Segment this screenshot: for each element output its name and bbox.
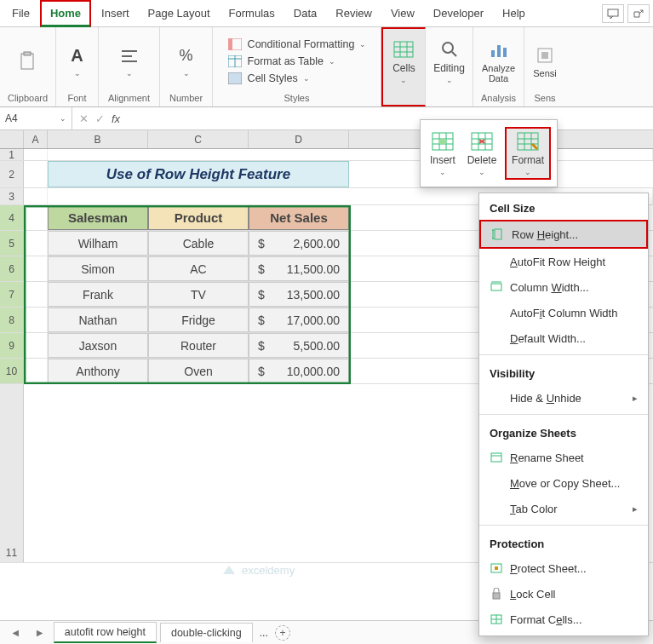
cells-button[interactable]: Cells⌄ [389, 37, 419, 86]
row-11[interactable]: 11 [0, 384, 24, 562]
select-all[interactable] [0, 130, 24, 148]
sensitivity-button[interactable]: Sensi [530, 43, 560, 80]
table-cell[interactable]: TV [148, 282, 249, 307]
sheet-tab-2[interactable]: double-clicking [160, 623, 253, 642]
svg-rect-29 [439, 139, 446, 144]
row-1[interactable]: 1 [0, 149, 24, 160]
font-button[interactable]: A⌄ [63, 43, 92, 79]
menu-format-cells[interactable]: Format Cells... [479, 607, 648, 632]
fx-accept-icon[interactable]: ✓ [95, 112, 105, 125]
alignment-button[interactable]: ⌄ [115, 43, 144, 79]
row-10[interactable]: 10 [0, 359, 24, 383]
tab-nav-next[interactable]: ► [29, 627, 49, 639]
svg-rect-46 [491, 453, 501, 462]
title-cell[interactable]: Use of Row Height Feature [48, 161, 349, 187]
table-cell[interactable]: Anthony [48, 359, 148, 383]
fx-decline-icon[interactable]: ✕ [79, 112, 89, 125]
table-cell[interactable]: Cable [148, 231, 249, 256]
tab-formulas[interactable]: Formulas [221, 2, 284, 25]
table-cell[interactable]: AC [148, 256, 249, 281]
col-A[interactable]: A [24, 130, 48, 148]
delete-button[interactable]: Delete⌄ [464, 129, 501, 178]
table-cell[interactable]: Nathan [48, 308, 148, 332]
table-cell[interactable]: Jaxson [48, 333, 148, 358]
row-3[interactable]: 3 [0, 188, 24, 204]
cell-styles[interactable]: Cell Styles ⌄ [227, 72, 367, 85]
menu-hide-unhide[interactable]: Hide & Unhide▸ [479, 385, 648, 411]
menu-move-copy[interactable]: Move or Copy Sheet... [479, 470, 648, 496]
format-button[interactable]: Format⌄ [505, 127, 551, 180]
menu-row-height[interactable]: Row Height... [479, 220, 648, 249]
tab-data[interactable]: Data [285, 2, 325, 25]
table-cell[interactable]: Fridge [148, 308, 249, 332]
col-C[interactable]: C [148, 130, 249, 148]
table-cell[interactable]: Wilham [48, 231, 148, 256]
col-width-icon [490, 280, 503, 294]
share-icon[interactable] [627, 4, 650, 23]
sheet-tab-1[interactable]: autofit row height [54, 622, 157, 643]
tab-file[interactable]: File [3, 2, 38, 25]
menu-rename-sheet[interactable]: Rename Sheet [479, 445, 648, 470]
sensitivity-icon [534, 44, 556, 66]
name-box[interactable]: A4⌄ [0, 107, 72, 129]
table-icon [227, 55, 243, 68]
table-cell[interactable]: $11,500.00 [249, 256, 349, 281]
menu-section-protection: Protection [479, 529, 648, 555]
analyze-button[interactable]: Analyze Data [478, 37, 518, 85]
number-button[interactable]: %⌄ [172, 43, 201, 79]
row-7[interactable]: 7 [0, 282, 24, 307]
tab-insert[interactable]: Insert [93, 2, 138, 25]
tab-review[interactable]: Review [327, 2, 381, 25]
table-cell[interactable]: $2,600.00 [249, 231, 349, 256]
menu-default-width[interactable]: Default Width... [479, 325, 648, 351]
editing-button[interactable]: Editing⌄ [430, 37, 468, 86]
svg-rect-0 [608, 9, 618, 16]
table-cell[interactable]: Router [148, 333, 249, 358]
fx-icon[interactable]: fx [112, 112, 120, 125]
format-as-table[interactable]: Format as Table ⌄ [227, 55, 367, 68]
table-cell[interactable]: $17,000.00 [249, 308, 349, 332]
group-clipboard: Clipboard [0, 27, 56, 106]
svg-rect-42 [495, 229, 501, 239]
menu-lock-cell[interactable]: Lock Cell [479, 581, 648, 607]
col-B[interactable]: B [48, 130, 148, 148]
col-D[interactable]: D [249, 130, 349, 148]
find-icon [438, 38, 461, 60]
svg-rect-21 [503, 48, 507, 57]
row-5[interactable]: 5 [0, 231, 24, 256]
menu-protect-sheet[interactable]: Protect Sheet... [479, 555, 648, 581]
table-cell[interactable]: Oven [148, 359, 249, 383]
tab-pagelayout[interactable]: Page Layout [140, 2, 219, 25]
conditional-formatting[interactable]: Conditional Formatting ⌄ [227, 37, 367, 51]
header-product[interactable]: Product [148, 205, 249, 230]
row-2[interactable]: 2 [0, 161, 24, 187]
row-8[interactable]: 8 [0, 308, 24, 332]
menu-autofit-row[interactable]: AutoFit Row Height [479, 249, 648, 274]
menu-tab-color[interactable]: Tab Color▸ [479, 496, 648, 521]
sheet-tabs-more[interactable]: ... [256, 627, 272, 639]
tab-home[interactable]: Home [40, 0, 91, 27]
delete-icon [471, 130, 493, 152]
comments-icon[interactable] [602, 4, 624, 23]
tab-help[interactable]: Help [494, 2, 534, 25]
menu-section-organize: Organize Sheets [479, 418, 648, 445]
svg-rect-50 [493, 593, 500, 599]
add-sheet-button[interactable]: + [275, 625, 290, 641]
row-4[interactable]: 4 [0, 205, 24, 230]
row-9[interactable]: 9 [0, 333, 24, 358]
clipboard-button[interactable] [14, 49, 43, 74]
table-cell[interactable]: $5,500.00 [249, 333, 349, 358]
menu-col-width[interactable]: Column Width... [479, 274, 648, 300]
row-6[interactable]: 6 [0, 256, 24, 281]
table-cell[interactable]: $13,500.00 [249, 282, 349, 307]
table-cell[interactable]: Simon [48, 256, 148, 281]
tab-developer[interactable]: Developer [425, 2, 492, 25]
tab-view[interactable]: View [382, 2, 423, 25]
header-salesman[interactable]: Salesman [48, 205, 148, 230]
menu-autofit-col[interactable]: AutoFit Column Width [479, 300, 648, 325]
table-cell[interactable]: $10,000.00 [249, 359, 349, 383]
insert-button[interactable]: Insert⌄ [427, 129, 459, 178]
header-netsales[interactable]: Net Sales [249, 205, 349, 230]
table-cell[interactable]: Frank [48, 282, 148, 307]
tab-nav-prev[interactable]: ◄ [5, 627, 26, 639]
